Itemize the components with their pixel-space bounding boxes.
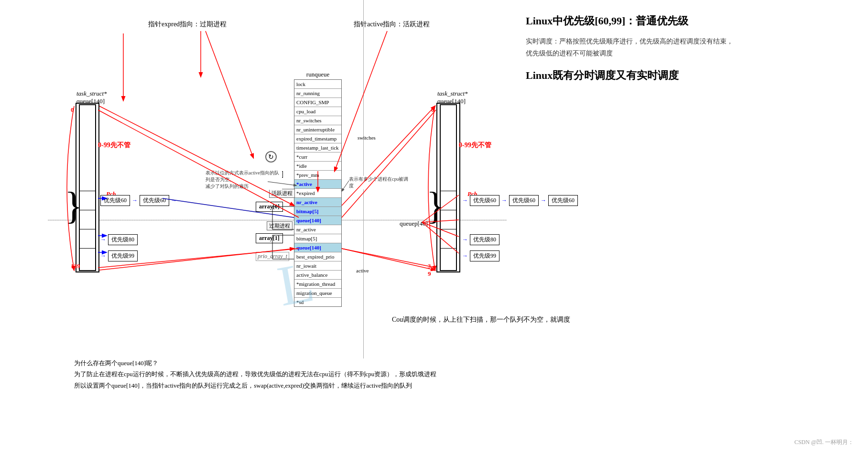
rq-row-queue-1: queue[140] <box>294 216 341 225</box>
array0-label: array[0] <box>256 202 283 212</box>
rq-row-nr-running: nr_running <box>294 89 341 98</box>
rq-row-sd: *sd <box>294 298 341 306</box>
svg-line-0 <box>99 106 294 206</box>
left-annotation-099: 0-99先不管 <box>98 141 130 150</box>
svg-line-2 <box>342 106 435 206</box>
rq-row-mig-queue: migration_queue <box>294 289 341 298</box>
rq-row-idle: *idle <box>294 162 341 171</box>
left-prio-row-3: → 优先级99 <box>100 250 138 261</box>
rq-row-active: *active <box>294 180 341 189</box>
switches-text: switches <box>358 135 376 141</box>
rq-row-queue-2: queue[140] <box>294 243 341 252</box>
svg-line-26 <box>342 110 436 217</box>
right-annotation-099: 0-99先不管 <box>459 141 491 150</box>
right-prio99: 优先级99 <box>470 250 499 261</box>
rq-row-nr-switches: nr_switches <box>294 116 341 125</box>
rq-row-ts-last: timestamp_last_tick <box>294 143 341 152</box>
left-arrow-2: → <box>171 197 177 204</box>
bottom-line3: 所以设置两个queue[140]，当指针active指向的队列运行完成之后，sw… <box>74 380 436 391</box>
svg-line-11 <box>206 31 253 158</box>
runqueue-title: runqueue <box>294 71 342 78</box>
left-prio60-box1: 优先级60 <box>100 195 130 206</box>
desc-title2: Linux既有分时调度又有实时调度 <box>526 69 851 83</box>
right-num-39: 39 <box>428 262 431 277</box>
svg-line-14 <box>342 181 349 191</box>
rq-row-nr-unint: nr_uninterruptible <box>294 125 341 134</box>
svg-line-3 <box>342 249 435 270</box>
csdn-watermark: CSDN @凹. 一杯明月： <box>794 438 854 446</box>
svg-line-10 <box>335 31 387 171</box>
active-process-label: 活跃进程 <box>269 189 295 198</box>
rq-row-nr-active-1: nr_active <box>294 198 341 207</box>
rq-row-prev-mm: *prev_mm <box>294 171 341 180</box>
rq-row-curr: *curr <box>294 152 341 162</box>
expired-process-label: 过期进程 <box>267 221 293 230</box>
left-prio-row-1: 优先级60 → 优先级60 → <box>100 195 177 206</box>
right-prio60-1: 优先级60 <box>470 195 499 206</box>
left-prio99-box: 优先级99 <box>108 250 138 261</box>
rq-row-cpu-load: cpu_load <box>294 107 341 116</box>
runqueue-box: lock nr_running CONFIG_SMP cpu_load nr_s… <box>294 79 342 307</box>
bottom-text: 为什么存在两个queue[140]呢？ 为了防止在进程在cpu运行的时候，不断插… <box>74 358 436 391</box>
rq-row-nr-iowait: nr_iowait <box>294 261 341 271</box>
expred-annotation: 指针expred指向：过期进程 <box>148 20 227 29</box>
left-prio-row-2: → 优先级80 <box>100 234 138 245</box>
bottom-line1: 为什么存在两个queue[140]呢？ <box>74 358 436 369</box>
desc-sub: 实时调度：严格按照优先级顺序进行，优先级高的进程调度没有结束， 优先级低的进程不… <box>526 35 851 59</box>
active-annotation: 指针active指向：活跃进程 <box>354 20 430 29</box>
refresh-icon: ↻ <box>265 151 277 163</box>
left-brace: } <box>65 186 83 225</box>
right-prio80: 优先级80 <box>470 234 499 245</box>
right-prio60-2: 优先级60 <box>509 195 539 206</box>
right-description: Linux中优先级[60,99]：普通优先级 实时调度：严格按照优先级顺序进行，… <box>526 14 851 83</box>
rq-row-exp-ts: expired_timestamp <box>294 134 341 143</box>
main-container: 指针expred指向：过期进程 指针active指向：活跃进程 task_str… <box>0 0 868 456</box>
nr-active-annotation: 表示有多少个进程在cpu被调度 <box>349 176 411 189</box>
rq-row-best-exp: best_expired_prio <box>294 252 341 261</box>
cpu-scan-annotation: Cou调度的时候，从上往下扫描，那一个队列不为空，就调度 <box>392 315 570 324</box>
left-prio60-box2: 优先级60 <box>140 195 169 206</box>
right-prio-row-3: → 优先级99 <box>462 250 499 261</box>
active-text-near-queue: active <box>356 268 369 273</box>
left-arrow-3: → <box>100 236 106 243</box>
rq-row-config: CONFIG_SMP <box>294 98 341 107</box>
array1-label: array[1] <box>256 233 283 243</box>
queuep-label: queuep[40] <box>400 220 428 228</box>
rq-row-mig-thread: *migration_thread <box>294 280 341 289</box>
svg-line-27 <box>342 249 436 268</box>
right-prio-row-2: → 优先级80 <box>462 234 499 245</box>
bottom-line2: 为了防止在进程在cpu运行的时候，不断插入优先级高的进程，导致优先级低的进程无法… <box>74 369 436 380</box>
left-num-0: 0 <box>71 106 74 114</box>
desc-title: Linux中优先级[60,99]：普通优先级 <box>526 14 851 28</box>
right-num-0: 0 <box>431 106 434 114</box>
left-arrow-1: → <box>132 197 138 204</box>
left-num-139: 139 <box>71 262 80 270</box>
right-prio60-3: 优先级60 <box>548 195 578 206</box>
rq-row-lock: lock <box>294 80 341 89</box>
rq-row-active-bal: active_balance <box>294 271 341 280</box>
right-brace: } <box>426 186 445 225</box>
rq-row-expired: *expired <box>294 189 341 198</box>
rq-row-nr-active-2: nr_active <box>294 225 341 234</box>
rq-row-bitmap-2: bitmap[5] <box>294 234 341 243</box>
runqueue-container: runqueue lock nr_running CONFIG_SMP cpu_… <box>294 71 342 307</box>
left-prio80-box: 优先级80 <box>108 234 138 245</box>
left-arrow-4: → <box>100 252 106 260</box>
prio-array-label: prio_array_t <box>256 252 289 261</box>
right-prio-row-1: → 优先级60 → 优先级60 → 优先级60 <box>462 195 578 206</box>
bitmap-annotation: 表示以位的方式表示active指向的队列是否为空,减少了对队列的遍历 <box>206 170 282 190</box>
rq-row-bitmap-1: bitmap[5] <box>294 207 341 216</box>
